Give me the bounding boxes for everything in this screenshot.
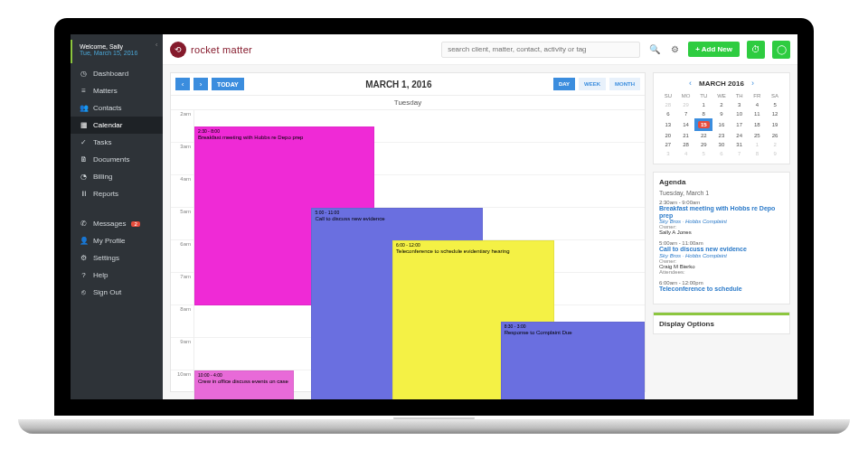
sidebar-item-label: Tasks bbox=[93, 138, 111, 146]
agenda-item[interactable]: 2:30am - 9:00amBreakfast meeting with Ho… bbox=[659, 200, 784, 235]
sidebar-item-calendar[interactable]: ▦Calendar bbox=[71, 117, 163, 134]
mini-day[interactable]: 19 bbox=[766, 118, 784, 131]
mini-day[interactable]: 8 bbox=[694, 109, 712, 118]
mini-day[interactable]: 6 bbox=[659, 109, 677, 118]
mini-day[interactable]: 31 bbox=[731, 140, 749, 149]
event-slots[interactable]: 2:30 - 8:00Breakfast meeting with Hobbs … bbox=[194, 110, 645, 399]
collapse-icon[interactable]: ‹ bbox=[156, 42, 157, 48]
mini-calendar: ‹ MARCH 2016 › SUMOTUWETHFRSA28291234567… bbox=[653, 72, 790, 164]
mini-day[interactable]: 27 bbox=[659, 140, 677, 149]
mini-day[interactable]: 17 bbox=[731, 118, 749, 131]
dashboard-icon: ◷ bbox=[80, 70, 88, 78]
sidebar-item-documents[interactable]: 🗎Documents bbox=[71, 151, 163, 168]
dow-label: WE bbox=[712, 91, 731, 100]
timer-button[interactable]: ⏱ bbox=[747, 41, 765, 59]
mini-day[interactable]: 20 bbox=[659, 131, 677, 140]
my profile-icon: 👤 bbox=[80, 237, 88, 245]
mini-day[interactable]: 9 bbox=[712, 109, 731, 118]
mini-day[interactable]: 4 bbox=[749, 100, 767, 109]
mini-day[interactable]: 15 bbox=[694, 118, 712, 131]
accent-bar bbox=[654, 313, 789, 315]
hour-label: 2am bbox=[171, 110, 193, 143]
sidebar-item-help[interactable]: ?Help bbox=[71, 267, 163, 284]
event-title: Crew in office discuss events on case bbox=[198, 379, 290, 385]
view-day-button[interactable]: DAY bbox=[553, 78, 575, 90]
sidebar-item-tasks[interactable]: ✓Tasks bbox=[71, 134, 163, 151]
mini-day[interactable]: 30 bbox=[712, 140, 731, 149]
add-new-button[interactable]: + Add New bbox=[688, 42, 740, 57]
sidebar-item-billing[interactable]: ◔Billing bbox=[71, 168, 163, 185]
mini-day[interactable]: 22 bbox=[694, 131, 712, 140]
mini-day[interactable]: 18 bbox=[749, 118, 767, 131]
mini-day[interactable]: 7 bbox=[731, 149, 749, 158]
gear-icon[interactable]: ⚙ bbox=[669, 44, 681, 54]
logo[interactable]: ⟲ rocket matter bbox=[170, 42, 252, 58]
today-button[interactable]: TODAY bbox=[212, 78, 244, 90]
sidebar-item-contacts[interactable]: 👥Contacts bbox=[71, 99, 163, 117]
view-week-button[interactable]: WEEK bbox=[579, 78, 606, 90]
mini-title: MARCH 2016 bbox=[699, 80, 744, 88]
mini-day[interactable]: 28 bbox=[677, 140, 695, 149]
mini-calendar-table[interactable]: SUMOTUWETHFRSA28291234567891011121314151… bbox=[659, 91, 784, 158]
mini-day[interactable]: 24 bbox=[731, 131, 749, 140]
mini-day[interactable]: 28 bbox=[659, 100, 677, 109]
cal-prev-button[interactable]: ‹ bbox=[175, 78, 190, 90]
right-column: ‹ MARCH 2016 › SUMOTUWETHFRSA28291234567… bbox=[653, 72, 790, 392]
sidebar-item-label: Matters bbox=[93, 87, 118, 95]
mini-day[interactable]: 1 bbox=[749, 140, 767, 149]
display-options-label: Display Options bbox=[659, 320, 784, 328]
mini-day[interactable]: 6 bbox=[712, 149, 731, 158]
sidebar-item-matters[interactable]: ≡Matters bbox=[71, 82, 163, 99]
mini-day[interactable]: 10 bbox=[731, 109, 749, 118]
mini-day[interactable]: 5 bbox=[766, 100, 784, 109]
mini-day[interactable]: 12 bbox=[766, 109, 784, 118]
agenda-item[interactable]: 5:00am - 11:00amCall to discuss new evid… bbox=[659, 240, 784, 275]
settings-icon: ⚙ bbox=[80, 254, 88, 262]
agenda-title: Teleconference to schedule bbox=[659, 286, 784, 293]
mini-day[interactable]: 1 bbox=[694, 100, 712, 109]
sidebar-item-dashboard[interactable]: ◷Dashboard bbox=[71, 65, 163, 82]
display-options-panel[interactable]: Display Options bbox=[653, 312, 790, 334]
calendar-grid[interactable]: 2am3am4am5am6am7am8am9am10am 2:30 - 8:00… bbox=[171, 110, 645, 399]
calendar-event[interactable]: 10:00 - 4:00Crew in office discuss event… bbox=[194, 370, 294, 399]
mini-day[interactable]: 2 bbox=[766, 140, 784, 149]
search-input[interactable] bbox=[441, 42, 640, 58]
calendar-event[interactable]: 8:30 - 3:00Response to Complaint Due bbox=[501, 322, 645, 399]
mini-day[interactable]: 13 bbox=[659, 118, 677, 131]
sidebar-item-settings[interactable]: ⚙Settings bbox=[71, 249, 163, 267]
agenda-item[interactable]: 6:00am - 12:00pmTeleconference to schedu… bbox=[659, 280, 784, 293]
sidebar-item-sign-out[interactable]: ⎋Sign Out bbox=[71, 284, 163, 301]
mini-day[interactable]: 26 bbox=[766, 131, 784, 140]
mini-day[interactable]: 4 bbox=[677, 149, 695, 158]
mini-day[interactable]: 8 bbox=[749, 149, 767, 158]
mini-day[interactable]: 5 bbox=[694, 149, 712, 158]
mini-day[interactable]: 25 bbox=[749, 131, 767, 140]
sidebar-item-label: Dashboard bbox=[93, 70, 128, 78]
mini-next-button[interactable]: › bbox=[751, 79, 754, 88]
mini-day[interactable]: 16 bbox=[712, 118, 731, 131]
event-title: Response to Complaint Due bbox=[505, 330, 641, 336]
mini-day[interactable]: 23 bbox=[712, 131, 731, 140]
mini-day[interactable]: 3 bbox=[659, 149, 677, 158]
mini-day[interactable]: 9 bbox=[766, 149, 784, 158]
view-month-button[interactable]: MONTH bbox=[609, 78, 640, 90]
main-area: ⟲ rocket matter 🔍 ⚙ + Add New ⏱ ◯ bbox=[163, 34, 797, 399]
mini-day[interactable]: 14 bbox=[677, 118, 695, 131]
search-icon[interactable]: 🔍 bbox=[647, 44, 662, 54]
contacts-icon: 👥 bbox=[80, 104, 88, 112]
mini-day[interactable]: 2 bbox=[712, 100, 731, 109]
mini-prev-button[interactable]: ‹ bbox=[689, 79, 692, 88]
circle-button[interactable]: ◯ bbox=[772, 41, 790, 59]
sidebar-item-messages[interactable]: ✆Messages2 bbox=[71, 215, 163, 232]
hour-label: 7am bbox=[171, 273, 193, 305]
mini-day[interactable]: 7 bbox=[677, 109, 695, 118]
mini-day[interactable]: 21 bbox=[677, 131, 695, 140]
sidebar-item-reports[interactable]: ⫼Reports bbox=[71, 185, 163, 202]
mini-day[interactable]: 3 bbox=[731, 100, 749, 109]
mini-day[interactable]: 29 bbox=[677, 100, 695, 109]
cal-next-button[interactable]: › bbox=[193, 78, 208, 90]
mini-day[interactable]: 29 bbox=[694, 140, 712, 149]
sidebar-item-my-profile[interactable]: 👤My Profile bbox=[71, 232, 163, 249]
sidebar-item-label: Documents bbox=[93, 155, 129, 164]
mini-day[interactable]: 11 bbox=[749, 109, 767, 118]
